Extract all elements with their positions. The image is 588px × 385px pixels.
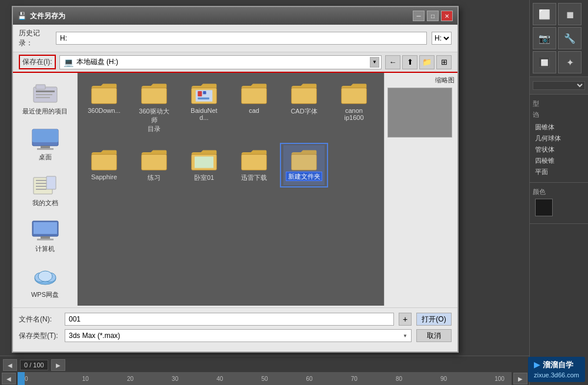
folder-canon-label: canonip1600	[344, 107, 363, 121]
folder-360down[interactable]: 360Down...	[83, 79, 125, 136]
folder-icon-cad	[239, 82, 269, 105]
dialog-title-icon: 💾	[18, 12, 26, 20]
folder-icon-xunlei	[239, 148, 269, 172]
sidebar-item-wps[interactable]: WPS网盘	[19, 262, 72, 302]
tl-mark-50: 50	[242, 376, 287, 382]
history-label: 历史记录：	[19, 28, 51, 48]
close-button[interactable]: ✕	[441, 11, 453, 21]
savein-dropdown-arrow[interactable]: ▼	[370, 57, 379, 68]
history-dropdown[interactable]: H:	[432, 32, 452, 45]
minimize-button[interactable]: ─	[413, 11, 425, 21]
folder-xunlei[interactable]: 迅雷下载	[233, 145, 275, 185]
timeline-prev-btn[interactable]: ◀	[3, 359, 17, 371]
history-input[interactable]	[56, 32, 427, 45]
svg-rect-44	[195, 156, 213, 168]
view-toggle-button[interactable]: ⊞	[436, 55, 452, 69]
rp-icon-4[interactable]: 🔧	[558, 27, 582, 49]
svg-rect-14	[46, 176, 56, 189]
rp-shape-plane[interactable]: 平面	[533, 166, 585, 178]
watermark-site: 溜溜自学	[543, 360, 573, 369]
folder-cad-label: cad	[249, 107, 259, 114]
right-panel-icons: ⬜ ◼ 📷 🔧 🔲 ✦	[530, 0, 588, 77]
rp-icon-5[interactable]: 🔲	[533, 51, 556, 73]
dialog-bottom: 文件名(N): + 打开(O) 保存类型(T): 3ds Max (*.max)…	[13, 307, 457, 351]
folder-baidu[interactable]: BaiduNetd...	[183, 79, 225, 136]
folder-icon-lianxi	[139, 148, 169, 172]
svg-rect-13	[36, 189, 46, 190]
history-row: 历史记录： H:	[13, 25, 457, 52]
rp-color-swatch[interactable]	[535, 199, 553, 216]
sidebar-item-recent[interactable]: 最近使用的项目	[19, 79, 72, 119]
timeline-ruler-right[interactable]: ▶	[513, 373, 527, 384]
folder-canon[interactable]: canonip1600	[333, 79, 375, 136]
folder-icon-sapphire	[89, 148, 119, 172]
svg-rect-23	[92, 88, 117, 104]
cancel-button[interactable]: 取消	[416, 329, 452, 342]
savein-row: 保存在(I): 💻 本地磁盘 (H:) ▼ ← ⬆ 📁 ⊞	[13, 52, 457, 73]
rp-dropdown[interactable]	[533, 81, 585, 90]
sidebar-item-desktop[interactable]: 桌面	[19, 125, 72, 165]
filename-input[interactable]	[65, 313, 394, 326]
timeline-display: 0 / 100	[20, 360, 48, 370]
dialog-title: 文件另存为	[30, 11, 65, 21]
preview-area: 缩略图	[384, 73, 457, 306]
folder-cadfont[interactable]: CAD字体	[283, 79, 325, 136]
folder-icon-baidu	[189, 82, 219, 105]
recent-icon	[31, 82, 60, 105]
watermark: ▶ 溜溜自学 zixue.3d66.com	[528, 357, 585, 382]
folder-icon-360down	[89, 82, 119, 105]
rp-shape-geosphere[interactable]: 几何球体	[533, 133, 585, 144]
timeline-ruler[interactable]: 0 10 20 30 40 50 60 70 80 90 100	[18, 372, 512, 385]
rp-color-section: 颜色	[530, 183, 588, 224]
rp-icon-3[interactable]: 📷	[533, 27, 556, 49]
up-folder-button[interactable]: ⬆	[402, 55, 417, 69]
filetype-arrow: ▼	[403, 333, 407, 339]
timeline-controls: ◀ 0 / 100 ▶	[0, 356, 529, 374]
rp-type-section: 型 诌 圆锥体 几何球体 管状体 四棱锥 平面	[530, 95, 588, 183]
svg-point-22	[38, 271, 52, 282]
folder-360down-label: 360Down...	[88, 107, 121, 114]
rp-shape-cone[interactable]: 圆锥体	[533, 122, 585, 133]
preview-box	[387, 88, 452, 138]
rp-icon-2[interactable]: ◼	[558, 3, 582, 25]
folder-xunlei-label: 迅雷下载	[241, 173, 267, 182]
folder-sapphire[interactable]: Sapphire	[83, 145, 125, 185]
folder-woshi[interactable]: 卧室01	[183, 145, 225, 185]
filetype-combo[interactable]: 3ds Max (*.max) ▼	[65, 329, 412, 342]
rp-icon-6[interactable]: ✦	[558, 51, 582, 73]
svg-rect-31	[198, 98, 209, 100]
timeline-next-btn[interactable]: ▶	[51, 359, 65, 371]
dialog-titlebar: 💾 文件另存为 ─ □ ✕	[13, 7, 457, 25]
back-button[interactable]: ←	[385, 55, 400, 69]
new-folder-name-input[interactable]	[286, 172, 322, 181]
tl-mark-80: 80	[376, 376, 421, 382]
savein-label: 保存在(I):	[19, 55, 56, 69]
rp-shape-tube[interactable]: 管状体	[533, 144, 585, 155]
folder-icon-woshi	[189, 148, 219, 172]
timeline-bar: ◀ 0 10 20 30 40 50 60 70 80 90 100	[0, 372, 529, 385]
folder-new[interactable]	[283, 145, 325, 185]
rp-filter-label: 诌	[533, 111, 585, 119]
folder-cad[interactable]: cad	[233, 79, 275, 136]
folder-360driver[interactable]: 360驱动大师目录	[133, 79, 175, 136]
folder-woshi-label: 卧室01	[194, 173, 214, 182]
folder-sapphire-label: Sapphire	[91, 173, 117, 180]
sidebar-wps-label: WPS网盘	[31, 290, 59, 299]
sidebar-item-computer[interactable]: 计算机	[19, 216, 72, 256]
savein-location[interactable]: 💻 本地磁盘 (H:) ▼	[59, 55, 382, 69]
sidebar-item-documents[interactable]: 我的文档	[19, 170, 72, 210]
svg-rect-17	[41, 236, 50, 239]
dialog-body: 最近使用的项目 桌面	[13, 73, 457, 306]
rp-shape-pyramid[interactable]: 四棱锥	[533, 155, 585, 166]
rp-icon-1[interactable]: ⬜	[533, 3, 556, 25]
open-button[interactable]: 打开(O)	[416, 313, 452, 326]
tl-mark-40: 40	[198, 376, 242, 382]
preview-label: 缩略图	[387, 76, 455, 85]
timeline-ruler-left[interactable]: ◀	[2, 373, 16, 384]
new-folder-button[interactable]: 📁	[419, 55, 435, 69]
folder-icon-360driver	[139, 82, 169, 105]
plus-button[interactable]: +	[399, 313, 412, 326]
folder-lianxi[interactable]: 练习	[133, 145, 175, 185]
maximize-button[interactable]: □	[427, 11, 439, 21]
timeline: ◀ 0 / 100 ▶ ◀ 0 10 20 30 40 50 60 70 80	[0, 356, 529, 385]
